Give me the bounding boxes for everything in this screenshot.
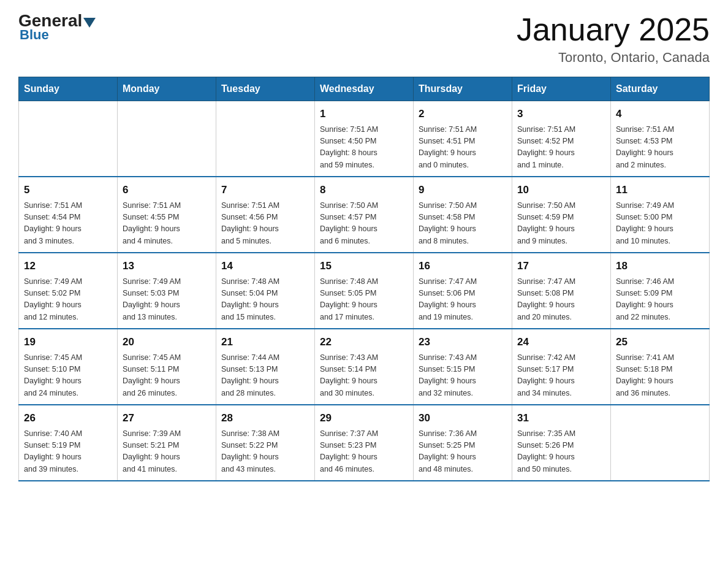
calendar-week-4: 19Sunrise: 7:45 AM Sunset: 5:10 PM Dayli… [19,329,710,405]
calendar-cell: 11Sunrise: 7:49 AM Sunset: 5:00 PM Dayli… [611,177,710,253]
day-number: 14 [221,258,309,274]
day-info: Sunrise: 7:51 AM Sunset: 4:54 PM Dayligh… [24,200,112,248]
day-info: Sunrise: 7:45 AM Sunset: 5:10 PM Dayligh… [24,352,112,400]
day-number: 3 [517,106,605,122]
calendar-title: January 2025 [517,12,710,47]
calendar-cell [118,101,216,177]
day-number: 16 [419,258,507,274]
day-info: Sunrise: 7:49 AM Sunset: 5:03 PM Dayligh… [123,276,211,324]
calendar-cell: 7Sunrise: 7:51 AM Sunset: 4:56 PM Daylig… [216,177,315,253]
calendar-cell: 13Sunrise: 7:49 AM Sunset: 5:03 PM Dayli… [118,253,216,329]
day-info: Sunrise: 7:35 AM Sunset: 5:26 PM Dayligh… [517,428,605,476]
day-number: 29 [320,410,408,426]
day-info: Sunrise: 7:49 AM Sunset: 5:00 PM Dayligh… [616,200,704,248]
day-number: 15 [320,258,408,274]
day-number: 27 [123,410,211,426]
calendar-cell: 29Sunrise: 7:37 AM Sunset: 5:23 PM Dayli… [315,405,414,481]
day-number: 30 [419,410,507,426]
weekday-header-tuesday: Tuesday [216,77,315,101]
day-number: 25 [616,334,704,350]
calendar-cell: 16Sunrise: 7:47 AM Sunset: 5:06 PM Dayli… [414,253,512,329]
day-info: Sunrise: 7:38 AM Sunset: 5:22 PM Dayligh… [221,428,309,476]
calendar-cell: 14Sunrise: 7:48 AM Sunset: 5:04 PM Dayli… [216,253,315,329]
weekday-header-thursday: Thursday [414,77,512,101]
day-number: 26 [24,410,112,426]
calendar-cell: 6Sunrise: 7:51 AM Sunset: 4:55 PM Daylig… [118,177,216,253]
weekday-header-sunday: Sunday [19,77,118,101]
day-number: 28 [221,410,309,426]
day-info: Sunrise: 7:51 AM Sunset: 4:56 PM Dayligh… [221,200,309,248]
day-number: 22 [320,334,408,350]
logo-arrow-icon [83,18,96,28]
calendar-cell [611,405,710,481]
calendar-cell: 21Sunrise: 7:44 AM Sunset: 5:13 PM Dayli… [216,329,315,405]
weekday-header-saturday: Saturday [611,77,710,101]
day-info: Sunrise: 7:50 AM Sunset: 4:59 PM Dayligh… [517,200,605,248]
day-info: Sunrise: 7:41 AM Sunset: 5:18 PM Dayligh… [616,352,704,400]
calendar-cell: 19Sunrise: 7:45 AM Sunset: 5:10 PM Dayli… [19,329,118,405]
day-info: Sunrise: 7:48 AM Sunset: 5:05 PM Dayligh… [320,276,408,324]
weekday-header-friday: Friday [512,77,611,101]
calendar-cell: 27Sunrise: 7:39 AM Sunset: 5:21 PM Dayli… [118,405,216,481]
day-info: Sunrise: 7:51 AM Sunset: 4:50 PM Dayligh… [320,124,408,172]
calendar-cell: 15Sunrise: 7:48 AM Sunset: 5:05 PM Dayli… [315,253,414,329]
day-info: Sunrise: 7:48 AM Sunset: 5:04 PM Dayligh… [221,276,309,324]
day-info: Sunrise: 7:43 AM Sunset: 5:14 PM Dayligh… [320,352,408,400]
calendar-table: SundayMondayTuesdayWednesdayThursdayFrid… [18,77,710,481]
logo-blue-text: Blue [20,27,49,43]
day-info: Sunrise: 7:43 AM Sunset: 5:15 PM Dayligh… [419,352,507,400]
calendar-cell: 20Sunrise: 7:45 AM Sunset: 5:11 PM Dayli… [118,329,216,405]
day-info: Sunrise: 7:51 AM Sunset: 4:53 PM Dayligh… [616,124,704,172]
calendar-cell: 31Sunrise: 7:35 AM Sunset: 5:26 PM Dayli… [512,405,611,481]
day-number: 18 [616,258,704,274]
day-number: 21 [221,334,309,350]
calendar-week-1: 1Sunrise: 7:51 AM Sunset: 4:50 PM Daylig… [19,101,710,177]
day-number: 2 [419,106,507,122]
day-number: 4 [616,106,704,122]
day-number: 10 [517,182,605,198]
day-number: 13 [123,258,211,274]
day-number: 19 [24,334,112,350]
day-number: 9 [419,182,507,198]
day-info: Sunrise: 7:46 AM Sunset: 5:09 PM Dayligh… [616,276,704,324]
day-info: Sunrise: 7:47 AM Sunset: 5:06 PM Dayligh… [419,276,507,324]
weekday-header-wednesday: Wednesday [315,77,414,101]
day-number: 17 [517,258,605,274]
calendar-cell: 24Sunrise: 7:42 AM Sunset: 5:17 PM Dayli… [512,329,611,405]
day-number: 20 [123,334,211,350]
day-info: Sunrise: 7:51 AM Sunset: 4:55 PM Dayligh… [123,200,211,248]
day-number: 12 [24,258,112,274]
calendar-cell: 28Sunrise: 7:38 AM Sunset: 5:22 PM Dayli… [216,405,315,481]
calendar-cell: 4Sunrise: 7:51 AM Sunset: 4:53 PM Daylig… [611,101,710,177]
calendar-cell: 25Sunrise: 7:41 AM Sunset: 5:18 PM Dayli… [611,329,710,405]
calendar-cell: 18Sunrise: 7:46 AM Sunset: 5:09 PM Dayli… [611,253,710,329]
calendar-header-row: SundayMondayTuesdayWednesdayThursdayFrid… [19,77,710,101]
calendar-cell: 8Sunrise: 7:50 AM Sunset: 4:57 PM Daylig… [315,177,414,253]
calendar-cell: 23Sunrise: 7:43 AM Sunset: 5:15 PM Dayli… [414,329,512,405]
day-info: Sunrise: 7:51 AM Sunset: 4:51 PM Dayligh… [419,124,507,172]
day-number: 8 [320,182,408,198]
calendar-week-5: 26Sunrise: 7:40 AM Sunset: 5:19 PM Dayli… [19,405,710,481]
calendar-cell: 10Sunrise: 7:50 AM Sunset: 4:59 PM Dayli… [512,177,611,253]
day-number: 24 [517,334,605,350]
calendar-cell: 22Sunrise: 7:43 AM Sunset: 5:14 PM Dayli… [315,329,414,405]
calendar-cell: 5Sunrise: 7:51 AM Sunset: 4:54 PM Daylig… [19,177,118,253]
day-number: 1 [320,106,408,122]
day-number: 31 [517,410,605,426]
calendar-cell: 3Sunrise: 7:51 AM Sunset: 4:52 PM Daylig… [512,101,611,177]
day-number: 11 [616,182,704,198]
day-info: Sunrise: 7:36 AM Sunset: 5:25 PM Dayligh… [419,428,507,476]
day-info: Sunrise: 7:50 AM Sunset: 4:57 PM Dayligh… [320,200,408,248]
calendar-cell [216,101,315,177]
day-number: 23 [419,334,507,350]
calendar-cell: 2Sunrise: 7:51 AM Sunset: 4:51 PM Daylig… [414,101,512,177]
calendar-cell: 1Sunrise: 7:51 AM Sunset: 4:50 PM Daylig… [315,101,414,177]
day-info: Sunrise: 7:49 AM Sunset: 5:02 PM Dayligh… [24,276,112,324]
day-info: Sunrise: 7:50 AM Sunset: 4:58 PM Dayligh… [419,200,507,248]
day-number: 7 [221,182,309,198]
calendar-week-2: 5Sunrise: 7:51 AM Sunset: 4:54 PM Daylig… [19,177,710,253]
day-info: Sunrise: 7:44 AM Sunset: 5:13 PM Dayligh… [221,352,309,400]
day-info: Sunrise: 7:47 AM Sunset: 5:08 PM Dayligh… [517,276,605,324]
calendar-subtitle: Toronto, Ontario, Canada [517,50,710,66]
day-info: Sunrise: 7:42 AM Sunset: 5:17 PM Dayligh… [517,352,605,400]
